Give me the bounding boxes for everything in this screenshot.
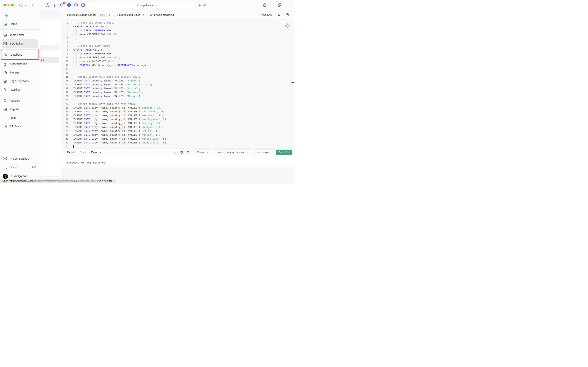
source-select[interactable]: Source: Primary Database [214,150,251,155]
sidebar-divider [0,29,40,30]
code-line[interactable]: 5); [61,36,294,40]
tab-chart[interactable]: Chart [80,149,86,156]
inbox-icon[interactable] [278,13,282,17]
minimize-window-button[interactable] [7,4,10,6]
code-line[interactable]: 6 [61,40,294,44]
forward-button[interactable] [38,3,42,7]
code-line[interactable]: 8CREATE TABLE city ( [61,48,294,52]
sidebar-item-label: API Docs [10,125,21,128]
close-window-button[interactable] [3,4,6,6]
sidebar-item-search[interactable]: Search ⌘ K [0,163,40,171]
supabase-logo-icon[interactable] [4,13,8,18]
code-line[interactable]: 1-- Create the country table [61,21,294,25]
darkreader-extension-icon[interactable] [45,3,50,7]
help-icon[interactable] [285,13,289,17]
code-line[interactable]: 9 id SERIAL PRIMARY KEY, [61,52,294,56]
code-line[interactable]: 32INSERT INTO city (name, country_id) VA… [61,141,294,145]
code-line[interactable]: 7-- Create the city table [61,44,294,48]
tab-overview-icon[interactable] [277,3,281,7]
sidebar-item-home[interactable]: Home [0,20,40,28]
sidebar-item-logs[interactable]: Logs [0,114,40,122]
export-menu[interactable]: Export [91,151,102,154]
translate-icon[interactable]: Ax [197,4,201,7]
code-line[interactable]: 17INSERT INTO country (name) VALUES ('Un… [61,83,294,86]
zoom-window-button[interactable] [11,4,14,6]
run-query-button[interactable]: Run ⌘ ↵ [276,150,292,155]
sidebar-item-label: Realtime [10,88,20,91]
code-line[interactable]: 28INSERT INTO city (name, country_id) VA… [61,125,294,129]
code-line[interactable]: 14 [61,71,294,75]
code-line[interactable]: 4 name VARCHAR(100) NOT NULL [61,33,294,36]
project-name[interactable]: Lakefield College School [67,13,96,16]
code-line[interactable]: 10 name VARCHAR(100) NOT NULL, [61,56,294,59]
queries-panel-header [40,10,61,19]
keyboard-shortcuts-icon[interactable] [172,150,176,154]
tab-results[interactable]: Results [67,149,76,156]
sidebar-item-table-editor[interactable]: Table Editor [0,31,40,39]
code-text: INSERT INTO city (name, country_id) VALU… [73,133,160,137]
favorite-heart-icon[interactable] [179,150,183,154]
code-line[interactable]: 26INSERT INTO city (name, country_id) VA… [61,117,294,121]
sidebar-chevron-icon[interactable] [25,4,26,6]
search-shortcut-badge: ⌘ K [30,165,37,169]
code-line[interactable]: 21 [61,98,294,102]
code-line[interactable]: 13); [61,67,294,71]
queries-panel: les ueries [40,10,61,184]
letter-i-extension-icon[interactable] [81,3,85,7]
sidebar-item-storage[interactable]: Storage [0,68,40,77]
scrollbar-thumb[interactable] [292,82,294,83]
page-switcher-icon[interactable] [142,13,144,16]
sidebar-item-sql-editor[interactable]: SQL Editor [1,39,38,48]
ai-assistant-icon[interactable] [285,23,290,28]
rows-limit-select[interactable]: 100 rows [193,150,211,155]
code-line[interactable]: 27INSERT INTO city (name, country_id) VA… [61,121,294,125]
spray-bottle-extension-icon[interactable] [52,3,57,7]
logs-icon [3,116,7,120]
sql-code-editor[interactable]: 1-- Create the country table2CREATE TABL… [61,19,294,149]
code-line[interactable]: 22-- Insert sample data into the city ta… [61,102,294,106]
code-line[interactable]: 20INSERT INTO country (name) VALUES ('Me… [61,94,294,98]
sidebar-toggle-icon[interactable] [19,3,23,7]
code-line[interactable]: 30INSERT INTO city (name, country_id) VA… [61,133,294,137]
code-text: id SERIAL PRIMARY KEY, [73,29,113,33]
code-line[interactable]: 12 FOREIGN KEY (country_id) REFERENCES c… [61,63,294,67]
sidebar-item-reports[interactable]: Reports [0,105,40,114]
role-select[interactable]: role postgres [254,150,276,155]
code-line[interactable]: 11 country_id INT NOT NULL, [61,59,294,63]
code-line[interactable]: 24INSERT INTO city (name, country_id) VA… [61,110,294,114]
code-line[interactable]: 33 [61,145,294,149]
package-heart-extension-icon[interactable]: ♥ [59,3,64,7]
sidebar-item-authentication[interactable]: Authentication [0,60,40,68]
format-lines-icon[interactable] [186,150,190,154]
coil-bubble-extension-icon[interactable] [74,3,78,7]
sidebar-item-api-docs[interactable]: API Docs [0,122,40,131]
share-icon[interactable] [263,3,267,7]
sidebar-item-realtime[interactable]: Realtime [0,85,40,94]
code-line[interactable]: 2CREATE TABLE country ( [61,25,294,29]
code-line[interactable]: 19INSERT INTO country (name) VALUES ('Ge… [61,90,294,94]
code-line[interactable]: 23INSERT INTO city (name, country_id) VA… [61,106,294,110]
back-button[interactable] [31,3,35,7]
code-line[interactable]: 18INSERT INTO country (name) VALUES ('Ch… [61,86,294,90]
project-switcher-icon[interactable] [108,13,111,16]
sidebar-item-database[interactable]: Database [1,50,39,59]
code-line[interactable]: 29INSERT INTO city (name, country_id) VA… [61,129,294,133]
sidebar-item-project-settings[interactable]: Project Settings [0,154,40,163]
apidocs-icon [3,125,7,128]
sidebar-item-edge-functions[interactable]: Edge Functions [0,77,40,85]
sql-icon [3,42,7,46]
enable-branching-button[interactable]: Enable branching [150,13,174,16]
code-line[interactable]: 25INSERT INTO city (name, country_id) VA… [61,114,294,117]
code-line[interactable]: 15-- Insert sample data into the country… [61,75,294,79]
breadcrumb-page[interactable]: Countries and Cities [117,13,140,16]
code-text: id SERIAL PRIMARY KEY, [73,52,113,56]
code-line[interactable]: 31INSERT INTO city (name, country_id) VA… [61,137,294,141]
code-line[interactable]: 3 id SERIAL PRIMARY KEY, [61,29,294,33]
new-tab-icon[interactable] [270,3,274,7]
reload-icon[interactable] [203,4,206,7]
code-line[interactable]: 16INSERT INTO country (name) VALUES ('Ca… [61,79,294,83]
double-ring-extension-icon[interactable] [67,3,71,7]
address-bar[interactable]: supabase.com Ax [86,2,208,8]
sidebar-item-advisors[interactable]: Advisors [0,96,40,105]
feedback-button[interactable]: Feedback [258,12,274,17]
